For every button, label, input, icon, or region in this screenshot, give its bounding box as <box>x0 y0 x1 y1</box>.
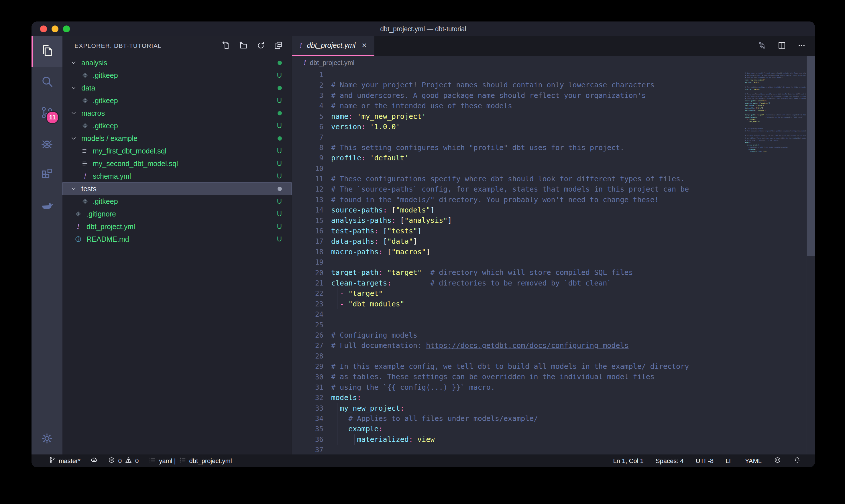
activity-item-search[interactable] <box>32 67 62 98</box>
tree-item-gitkeep-nested[interactable]: .gitkeepU <box>62 120 292 132</box>
status-cursor-position[interactable]: Ln 1, Col 1 <box>613 457 643 465</box>
tree-item-gitkeep-nested[interactable]: .gitkeepU <box>62 195 292 208</box>
editor-group: ! dbt_project.yml × ! dbt_project.yml 12… <box>292 36 815 454</box>
code-line: 1 <box>292 70 815 80</box>
status-indentation[interactable]: Spaces: 4 <box>656 457 684 465</box>
files-icon <box>39 43 54 59</box>
git-untracked-badge: U <box>277 172 282 180</box>
line-number: 10 <box>292 165 323 173</box>
yaml-file-icon: ! <box>303 58 306 67</box>
line-number: 37 <box>292 446 323 454</box>
line-number: 12 <box>292 185 323 193</box>
status-sync-changes[interactable] <box>90 456 98 466</box>
open-changes-icon[interactable] <box>757 41 767 51</box>
indent-guide <box>346 424 346 434</box>
line-number: 22 <box>292 289 323 298</box>
tree-item-my-first-dbt-model-sql-nested[interactable]: my_first_dbt_model.sqlU <box>62 145 292 157</box>
refresh-icon[interactable] <box>256 41 266 51</box>
breadcrumb[interactable]: ! dbt_project.yml <box>292 56 815 70</box>
error-icon <box>108 456 115 466</box>
line-number: 32 <box>292 394 323 402</box>
yaml-file-icon: ! <box>299 41 303 50</box>
tree-item-label: tests <box>82 185 96 193</box>
tree-item-my-second-dbt-model-sql-nested[interactable]: my_second_dbt_model.sqlU <box>62 157 292 170</box>
collapse-all-icon[interactable] <box>273 41 283 51</box>
line-number: 33 <box>292 404 323 412</box>
line-number: 13 <box>292 196 323 204</box>
line-number: 21 <box>292 279 323 287</box>
tree-item-gitkeep-nested[interactable]: .gitkeepU <box>62 94 292 107</box>
new-folder-icon[interactable] <box>239 41 248 51</box>
git-file-icon <box>81 71 89 79</box>
activity-item-extensions[interactable] <box>32 160 62 191</box>
tree-item-label: README.md <box>87 235 129 244</box>
code-line: 32models: <box>292 393 815 403</box>
code-line: 9profile: 'default' <box>292 153 815 163</box>
git-modified-dot <box>277 187 282 191</box>
line-number: 14 <box>292 206 323 214</box>
line-number: 24 <box>292 310 323 319</box>
line-number: 34 <box>292 415 323 423</box>
status-eol[interactable]: LF <box>725 457 733 465</box>
line-number: 19 <box>292 258 323 266</box>
code-line: 13# found in the "models/" directory. Yo… <box>292 195 815 205</box>
git-modified-dot <box>277 111 282 115</box>
indent-guide <box>337 414 338 424</box>
activity-item-docker[interactable] <box>32 191 62 221</box>
source-control-badge: 11 <box>46 111 59 124</box>
line-number: 27 <box>292 342 323 350</box>
code-editor[interactable]: 12# Name your project! Project names sho… <box>292 70 815 454</box>
line-number: 18 <box>292 248 323 256</box>
tree-item-dbt-project-yml[interactable]: !dbt_project.ymlU <box>62 220 292 233</box>
cloud-upload-icon <box>90 456 98 466</box>
status-feedback[interactable] <box>774 456 781 466</box>
minimap[interactable]: # Name your project! Project names shoul… <box>745 70 806 158</box>
git-file-icon <box>74 210 83 218</box>
tab-dbt-project-yml[interactable]: ! dbt_project.yml × <box>292 36 374 56</box>
tree-item-tests[interactable]: tests <box>62 182 292 195</box>
tree-item-readme-md[interactable]: README.mdU <box>62 233 292 246</box>
tree-item-data[interactable]: data <box>62 82 292 94</box>
split-editor-icon[interactable] <box>777 41 787 51</box>
status-problems[interactable]: 00 <box>108 456 139 466</box>
tree-item-label: schema.yml <box>93 172 131 180</box>
status-language-mode[interactable]: YAML <box>745 457 762 465</box>
activity-item-run-debug[interactable] <box>32 129 62 160</box>
tree-item-analysis[interactable]: analysis <box>62 56 292 69</box>
file-tree: analysis.gitkeepUdata.gitkeepUmacros.git… <box>62 56 292 246</box>
line-number: 2 <box>292 81 323 89</box>
status-tasks-yaml[interactable]: yaml |dbt_project.yml <box>148 456 232 466</box>
status-encoding[interactable]: UTF-8 <box>696 457 714 465</box>
tree-item-schema-yml-nested[interactable]: !schema.ymlU <box>62 170 292 182</box>
git-file-icon <box>81 197 89 205</box>
code-line: 35 example: <box>292 424 815 434</box>
tree-item-label: data <box>82 84 95 92</box>
git-untracked-badge: U <box>277 197 282 205</box>
bug-icon <box>39 136 54 152</box>
tree-item-label: .gitkeep <box>93 122 118 130</box>
line-number: 28 <box>292 352 323 360</box>
line-number: 7 <box>292 133 323 142</box>
code-line: 12# The `source-paths` config, for examp… <box>292 184 815 195</box>
branch-icon <box>48 456 56 466</box>
scrollbar-slider[interactable] <box>807 56 815 256</box>
tree-item-gitignore[interactable]: .gitignoreU <box>62 208 292 220</box>
more-actions-icon[interactable] <box>797 41 806 51</box>
extensions-icon <box>39 167 54 183</box>
close-tab-icon[interactable]: × <box>362 41 367 50</box>
editor-tabs: ! dbt_project.yml × <box>292 36 815 56</box>
activity-item-source-control[interactable]: 11 <box>32 98 62 129</box>
status-notifications[interactable] <box>793 456 801 466</box>
status-git-branch[interactable]: master* <box>48 456 80 466</box>
git-modified-dot <box>277 136 282 141</box>
tree-item-models-example[interactable]: models / example <box>62 132 292 145</box>
tree-item-gitkeep-nested[interactable]: .gitkeepU <box>62 69 292 82</box>
editor-scrollbar <box>807 56 815 454</box>
new-file-icon[interactable] <box>221 41 231 51</box>
code-line: 34 # Applies to all files under models/e… <box>292 414 815 424</box>
line-number: 11 <box>292 175 323 183</box>
tree-item-macros[interactable]: macros <box>62 107 292 120</box>
search-icon <box>39 74 54 90</box>
activity-item-settings[interactable] <box>32 424 62 454</box>
activity-item-explorer[interactable] <box>32 36 62 67</box>
